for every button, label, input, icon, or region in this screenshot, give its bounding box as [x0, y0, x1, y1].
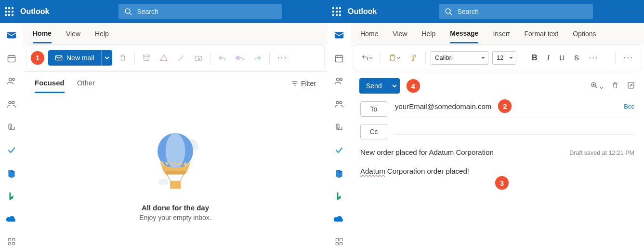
tab-options[interactable]: Options: [573, 25, 596, 42]
svg-rect-39: [336, 243, 338, 245]
strikethrough-button[interactable]: S: [571, 51, 582, 64]
send-label: Send: [366, 82, 382, 90]
toolbar-more-icon[interactable]: ···: [275, 53, 290, 63]
send-split[interactable]: [389, 78, 400, 94]
svg-rect-12: [13, 239, 15, 241]
bing-icon[interactable]: [333, 191, 345, 201]
new-mail-label: New mail: [66, 54, 94, 62]
send-button[interactable]: Send: [359, 78, 389, 94]
format-painter-icon[interactable]: [407, 52, 421, 64]
svg-point-26: [446, 9, 450, 14]
format-toolbar: Calibri 12 B I U S ··· ···: [354, 44, 641, 70]
people-icon[interactable]: [333, 76, 345, 87]
undo-icon[interactable]: [358, 52, 376, 64]
search-icon: [124, 8, 132, 15]
subject-row: New order placed for Adatum Corporation …: [351, 142, 644, 162]
groups-icon[interactable]: [333, 99, 345, 110]
new-mail-button[interactable]: New mail: [48, 50, 101, 66]
titlebar: Outlook ···: [0, 0, 328, 23]
bcc-link[interactable]: Bcc: [624, 103, 634, 110]
tab-help[interactable]: Help: [95, 25, 109, 42]
chevron-down-icon: [105, 55, 109, 60]
svg-line-24: [180, 175, 184, 181]
bing-icon[interactable]: [6, 191, 17, 201]
font-size-select[interactable]: 12: [492, 51, 516, 65]
svg-line-27: [450, 13, 452, 15]
calendar-icon[interactable]: [6, 53, 17, 64]
inbox-subheader: Focused Other Filter: [23, 71, 328, 95]
files-icon[interactable]: [6, 122, 17, 133]
ellipsis-icon[interactable]: ···: [307, 7, 323, 17]
svg-line-1: [130, 13, 131, 15]
search-input[interactable]: [137, 8, 276, 15]
mail-icon[interactable]: [6, 30, 17, 41]
tab-home[interactable]: Home: [360, 25, 378, 42]
search-icon: [445, 8, 452, 15]
todo-icon[interactable]: [333, 145, 345, 155]
forward-icon[interactable]: [251, 51, 264, 65]
to-recipient[interactable]: yourEmail@somedomain.com: [395, 102, 491, 110]
m365-logo-icon[interactable]: [333, 168, 345, 178]
subject-text[interactable]: New order placed for Adatum Corporation: [360, 148, 494, 156]
to-button[interactable]: To: [360, 101, 387, 117]
zoom-icon[interactable]: [590, 81, 604, 91]
ribbon-tabs: Home View Help: [23, 23, 328, 44]
tab-focused[interactable]: Focused: [35, 74, 65, 93]
delete-icon[interactable]: [116, 51, 130, 65]
tab-view[interactable]: View: [66, 25, 80, 42]
sweep-icon[interactable]: [174, 51, 188, 65]
app-launcher-icon[interactable]: [5, 7, 13, 16]
tab-insert[interactable]: Insert: [493, 25, 510, 42]
to-row: To yourEmail@somedomain.com 2 Bcc: [351, 96, 644, 121]
search-input[interactable]: [457, 8, 587, 15]
svg-point-0: [125, 9, 130, 14]
ellipsis-icon[interactable]: ···: [623, 7, 639, 17]
reply-all-icon[interactable]: [233, 51, 247, 65]
cc-button[interactable]: Cc: [360, 124, 387, 139]
chevron-down-icon: [392, 83, 397, 88]
underline-button[interactable]: U: [556, 51, 567, 64]
font-name-select[interactable]: Calibri: [431, 51, 488, 65]
files-icon[interactable]: [333, 122, 345, 133]
discard-icon[interactable]: [611, 81, 619, 91]
paste-icon[interactable]: [386, 51, 403, 65]
filter-button[interactable]: Filter: [291, 80, 316, 87]
archive-icon[interactable]: [140, 51, 153, 65]
people-icon[interactable]: [6, 76, 17, 87]
calendar-icon[interactable]: [333, 53, 345, 64]
tab-message[interactable]: Message: [450, 25, 478, 43]
filter-label: Filter: [301, 80, 316, 87]
mail-icon[interactable]: [333, 30, 345, 41]
body-word-misspelled: Adatum: [360, 167, 385, 175]
svg-rect-16: [143, 55, 150, 56]
callout-3-badge: 3: [495, 176, 509, 190]
move-icon[interactable]: [192, 51, 205, 65]
italic-button[interactable]: I: [544, 51, 553, 65]
bold-button[interactable]: B: [529, 51, 540, 65]
tab-help[interactable]: Help: [421, 25, 435, 42]
left-app-rail: [0, 23, 23, 247]
tab-view[interactable]: View: [393, 25, 407, 42]
format-more-icon[interactable]: ···: [586, 53, 602, 63]
svg-point-35: [336, 101, 339, 104]
more-apps-icon[interactable]: [333, 237, 345, 247]
svg-rect-2: [7, 32, 16, 39]
report-icon[interactable]: [157, 51, 171, 65]
tab-format-text[interactable]: Format text: [524, 25, 558, 42]
new-mail-split[interactable]: [101, 50, 112, 66]
popout-icon[interactable]: [627, 81, 635, 91]
reply-icon[interactable]: [215, 51, 229, 65]
search-box[interactable]: [118, 4, 282, 19]
onedrive-icon[interactable]: [6, 214, 17, 224]
tab-other[interactable]: Other: [77, 74, 95, 93]
onedrive-icon[interactable]: [333, 214, 345, 224]
more-apps-icon[interactable]: [6, 237, 17, 247]
app-launcher-icon[interactable]: [332, 7, 341, 16]
toolbar-more-icon[interactable]: ···: [620, 53, 636, 63]
search-box[interactable]: [439, 4, 593, 19]
m365-logo-icon[interactable]: [6, 168, 17, 178]
tab-home[interactable]: Home: [33, 25, 52, 43]
groups-icon[interactable]: [6, 99, 17, 110]
svg-point-9: [9, 101, 11, 104]
todo-icon[interactable]: [6, 145, 17, 155]
